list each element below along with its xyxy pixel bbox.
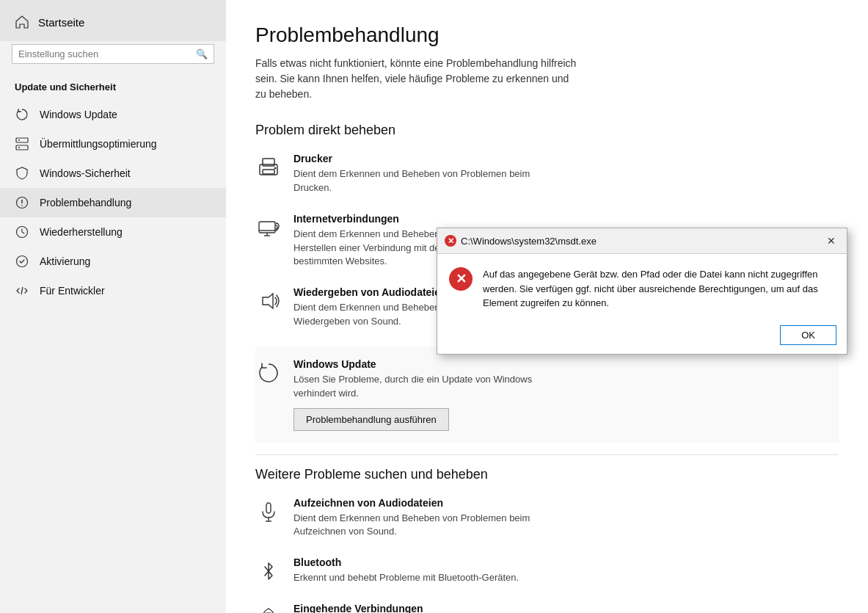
item-windows-update: Windows Update Lösen Sie Probleme, durch… <box>255 347 839 443</box>
run-troubleshoot-button[interactable]: Problembehandlung ausführen <box>293 408 449 431</box>
drucker-icon <box>255 154 282 181</box>
audio-aufzeichnen-icon <box>255 498 282 525</box>
svg-rect-0 <box>16 145 28 150</box>
svg-point-6 <box>21 205 23 206</box>
sicherheit-icon <box>15 166 29 181</box>
sidebar-item-label-aktivierung: Aktivierung <box>40 255 90 267</box>
audio-aufzeichnen-title: Aufzeichnen von Audiodateien <box>293 497 558 509</box>
internet-icon <box>255 214 282 241</box>
sidebar-item-problembehandlung[interactable]: Problembehandlung <box>0 188 226 217</box>
page-title: Problembehandlung <box>255 23 839 47</box>
home-icon <box>15 15 29 29</box>
sidebar-item-windows-sicherheit[interactable]: Windows-Sicherheit <box>0 159 226 188</box>
sidebar-item-label-wiederherstellung: Wiederherstellung <box>40 226 123 238</box>
dialog-message: Auf das angegebene Gerät bzw. den Pfad o… <box>483 267 832 311</box>
dialog-title-text: C:\Windows\system32\msdt.exe <box>461 236 597 247</box>
svg-point-13 <box>274 167 277 170</box>
uebermittlung-icon <box>15 137 29 151</box>
drucker-description: Dient dem Erkennen und Beheben von Probl… <box>293 167 558 195</box>
problembehandlung-icon <box>15 195 29 210</box>
internet-title: Internetverbindungen <box>293 213 558 225</box>
section1-header: Problem direkt beheben <box>255 123 839 138</box>
bluetooth-text: Bluetooth Erkennt und behebt Probleme mi… <box>293 556 519 585</box>
audio-aufzeichnen-description: Dient dem Erkennen und Beheben von Probl… <box>293 512 558 540</box>
windows-update-item-description: Lösen Sie Probleme, durch die ein Update… <box>293 373 558 401</box>
svg-point-8 <box>17 256 28 267</box>
dialog-ok-button[interactable]: OK <box>780 325 836 345</box>
error-dialog: ✕ C:\Windows\system32\msdt.exe ✕ ✕ Auf d… <box>437 228 847 355</box>
dialog-close-button[interactable]: ✕ <box>823 233 839 249</box>
svg-marker-18 <box>263 294 273 308</box>
item-drucker: Drucker Dient dem Erkennen und Beheben v… <box>255 153 839 195</box>
error-icon: ✕ <box>449 267 473 291</box>
sidebar-item-uebermittlungsoptimierung[interactable]: Übermittlungsoptimierung <box>0 129 226 159</box>
drucker-title: Drucker <box>293 153 558 164</box>
windows-update-icon <box>15 107 29 122</box>
section2-header: Weitere Probleme suchen und beheben <box>255 467 839 482</box>
aktivierung-icon <box>15 254 29 269</box>
eingehende-verbindungen-title: Eingehende Verbindungen <box>293 603 522 613</box>
sidebar-item-label-uebermittlung: Übermittlungsoptimierung <box>40 138 157 150</box>
page-description: Falls etwas nicht funktioniert, könnte e… <box>255 56 578 102</box>
section-divider <box>255 454 839 455</box>
svg-line-9 <box>21 287 23 294</box>
sidebar-item-label-entwickler: Für Entwickler <box>40 285 105 297</box>
sidebar-item-label-windows-update: Windows Update <box>40 109 117 120</box>
sidebar-section-label: Update und Sicherheit <box>0 76 226 100</box>
eingehende-verbindungen-text: Eingehende Verbindungen Dient dem Erkenn… <box>293 603 522 613</box>
windows-update-text: Windows Update Lösen Sie Probleme, durch… <box>293 358 558 431</box>
search-input[interactable] <box>18 48 196 59</box>
dialog-title-left: ✕ C:\Windows\system32\msdt.exe <box>445 235 597 247</box>
entwickler-icon <box>15 283 29 298</box>
sidebar-item-fuer-entwickler[interactable]: Für Entwickler <box>0 276 226 305</box>
item-bluetooth: Bluetooth Erkennt und behebt Probleme mi… <box>255 556 839 585</box>
home-label: Startseite <box>38 16 84 29</box>
windows-update-item-title: Windows Update <box>293 358 558 370</box>
audio-icon <box>255 288 282 314</box>
svg-rect-19 <box>266 503 271 513</box>
dialog-titlebar: ✕ C:\Windows\system32\msdt.exe ✕ <box>437 228 847 254</box>
item-eingehende-verbindungen: Eingehende Verbindungen Dient dem Erkenn… <box>255 603 839 613</box>
bluetooth-description: Erkennt und behebt Probleme mit Bluetoot… <box>293 571 519 585</box>
item-audio-aufzeichnen: Aufzeichnen von Audiodateien Dient dem E… <box>255 497 839 540</box>
windows-update-item-icon <box>255 360 282 386</box>
sidebar-item-label-problembehandlung: Problembehandlung <box>40 197 131 208</box>
sidebar-item-wiederherstellung[interactable]: Wiederherstellung <box>0 217 226 247</box>
dialog-title-icon: ✕ <box>445 235 456 247</box>
sidebar-item-aktivierung[interactable]: Aktivierung <box>0 247 226 276</box>
sidebar-item-windows-update[interactable]: Windows Update <box>0 100 226 129</box>
svg-rect-1 <box>16 138 28 142</box>
sidebar: Startseite 🔍 Update und Sicherheit Windo… <box>0 0 226 613</box>
bluetooth-icon <box>255 558 282 584</box>
wiederherstellung-icon <box>15 225 29 239</box>
search-icon: 🔍 <box>196 48 208 59</box>
svg-rect-12 <box>263 170 274 174</box>
drucker-text: Drucker Dient dem Erkennen und Beheben v… <box>293 153 558 195</box>
eingehende-verbindungen-icon <box>255 604 282 613</box>
dialog-body: ✕ Auf das angegebene Gerät bzw. den Pfad… <box>437 254 847 319</box>
dialog-footer: OK <box>437 319 847 354</box>
bluetooth-title: Bluetooth <box>293 556 519 568</box>
svg-rect-14 <box>259 222 275 233</box>
sidebar-home-button[interactable]: Startseite <box>0 0 226 41</box>
search-box[interactable]: 🔍 <box>12 44 214 64</box>
audio-aufzeichnen-text: Aufzeichnen von Audiodateien Dient dem E… <box>293 497 558 540</box>
sidebar-item-label-sicherheit: Windows-Sicherheit <box>40 167 131 179</box>
